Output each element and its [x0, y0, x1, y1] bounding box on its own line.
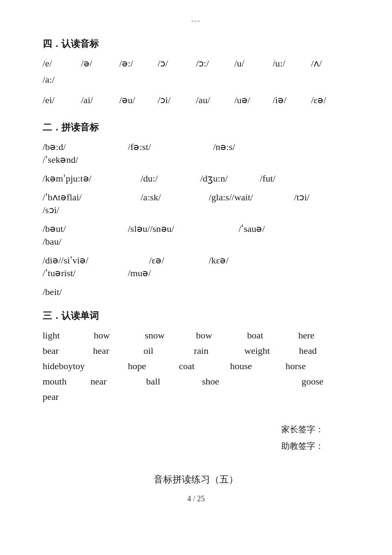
- spell-item: /muə/: [128, 268, 187, 279]
- spell-item: /bə:d/: [43, 142, 128, 153]
- word-item: shoe: [202, 376, 254, 387]
- section2-block: 二．拼读音标 /bə:d//fə:st//nə:s//ˈsekənd//kəmˈ…: [43, 121, 349, 299]
- word-item: mouth: [43, 376, 90, 387]
- phonetic-item: /ɔ/: [158, 58, 196, 69]
- phonetic-item: /uə/: [234, 95, 273, 106]
- word-item: ball: [146, 376, 202, 387]
- word-item: rain: [194, 345, 244, 356]
- word-item: coat: [179, 361, 230, 372]
- word-item: snow: [145, 330, 196, 341]
- section3-block: 三．认读单词 lighthowsnowbowboatherebearhearoi…: [43, 309, 349, 402]
- phonetic-item: /əu/: [119, 95, 158, 106]
- spell-item: /du:/: [141, 173, 200, 184]
- section1-row1: /e//ə//ə://ɔ//ɔ://u//u://ʌ//a:/: [43, 58, 349, 90]
- spell-item: /fut/: [260, 173, 320, 184]
- phonetic-item: /iə/: [273, 95, 311, 106]
- spell-item: /bau/: [43, 236, 102, 247]
- spell-row: /bə:d//fə:st//nə:s//ˈsekənd/: [43, 142, 349, 167]
- page-subtitle: 音标拼读练习（五）: [43, 473, 349, 486]
- phonetic-item: /a:/: [43, 74, 81, 85]
- spell-item: /fə:st/: [128, 142, 213, 153]
- phonetic-item: /ai/: [81, 95, 119, 106]
- spell-item: /beit/: [43, 286, 102, 298]
- spell-row: /ˈbʌtəflai//a:sk//gla:s//wait//tɔi//sɔi/: [43, 192, 349, 217]
- parent-signature: 家长签字：: [281, 424, 324, 435]
- word-item: hear: [93, 345, 143, 356]
- word-item: how: [94, 330, 145, 341]
- spell-item: /diə//siˈviə/: [43, 255, 149, 266]
- word-item: head: [299, 345, 349, 356]
- spell-item: /nə:s/: [213, 142, 298, 153]
- phonetic-item: /ə/: [81, 58, 119, 69]
- spell-row: /kəmˈpju:tə//du://dʒu:n//fut/: [43, 173, 349, 186]
- spell-row: /bəut//sləu//snəu//ˈsauə//bau/: [43, 223, 349, 249]
- top-divider: ---: [43, 17, 349, 25]
- spell-item: /ˈbʌtəflai/: [43, 192, 141, 203]
- word-item: here: [298, 330, 349, 341]
- phonetic-item: /e/: [43, 58, 81, 69]
- phonetic-item: /ʌ/: [311, 58, 349, 69]
- spell-item: /εə/: [149, 255, 209, 266]
- word-row: mouthnearballshoegoose: [43, 376, 349, 387]
- spell-item: /bəut/: [43, 223, 128, 234]
- section1-title: 四．认读音标: [43, 38, 349, 50]
- phonetic-item: /u/: [234, 58, 273, 69]
- spell-item: /ˈtuərist/: [43, 268, 128, 279]
- spell-item: /gla:s//wait/: [209, 192, 294, 203]
- word-row: hideboytoyhopecoathousehorse: [43, 361, 349, 372]
- spell-row: /diə//siˈviə//εə//kεə//ˈtuərist//muə/: [43, 255, 349, 280]
- word-item: near: [90, 376, 146, 387]
- spell-item: /a:sk/: [141, 192, 209, 203]
- word-item: light: [43, 330, 94, 341]
- word-item: weight: [244, 345, 299, 356]
- word-item: hideboytoy: [43, 361, 128, 372]
- spell-item: /sɔi/: [43, 205, 94, 216]
- phonetic-item: /ɔi/: [158, 95, 196, 106]
- phonetic-item: /au/: [196, 95, 234, 106]
- word-item: bow: [196, 330, 247, 341]
- section3-rows: lighthowsnowbowboatherebearhearoilrainwe…: [43, 330, 349, 402]
- word-item: bear: [43, 345, 93, 356]
- word-item: house: [230, 361, 285, 372]
- section2-rows: /bə:d//fə:st//nə:s//ˈsekənd//kəmˈpju:tə/…: [43, 142, 349, 299]
- word-item: boat: [247, 330, 298, 341]
- section1-block: 四．认读音标 /e//ə//ə://ɔ//ɔ://u//u://ʌ//a:/ /…: [43, 38, 349, 111]
- spell-item: /ˈsekənd/: [43, 154, 128, 165]
- assistant-signature: 助教签字：: [281, 440, 324, 452]
- spell-item: /sləu//snəu/: [128, 223, 239, 234]
- word-item: hope: [128, 361, 179, 372]
- section2-title: 二．拼读音标: [43, 121, 349, 134]
- spell-row: /beit/: [43, 286, 349, 299]
- spell-item: /ˈsauə/: [239, 223, 324, 234]
- phonetic-item: /ei/: [43, 95, 81, 106]
- word-row: bearhearoilrainweighthead: [43, 345, 349, 356]
- spell-item: /kəmˈpju:tə/: [43, 173, 141, 184]
- word-item: goose: [302, 376, 349, 387]
- word-row: pear: [43, 391, 349, 402]
- word-row: lighthowsnowbowboathere: [43, 330, 349, 341]
- phonetic-item: /ɔ:/: [196, 58, 234, 69]
- phonetic-item: /ə:/: [119, 58, 158, 69]
- word-item: oil: [144, 345, 194, 356]
- section1-row2: /ei//ai//əu//ɔi//au//uə//iə//εə/: [43, 95, 349, 111]
- signature-area: 家长签字： 助教签字：: [43, 424, 349, 452]
- page-number: 4 / 25: [43, 494, 349, 503]
- spell-item: /kεə/: [209, 255, 268, 266]
- phonetic-item: /u:/: [273, 58, 311, 69]
- word-item: pear: [43, 391, 94, 402]
- spell-item: /tɔi/: [294, 192, 345, 203]
- phonetic-item: /εə/: [311, 95, 349, 106]
- spell-item: /dʒu:n/: [200, 173, 260, 184]
- word-item: horse: [285, 361, 341, 372]
- section3-title: 三．认读单词: [43, 309, 349, 322]
